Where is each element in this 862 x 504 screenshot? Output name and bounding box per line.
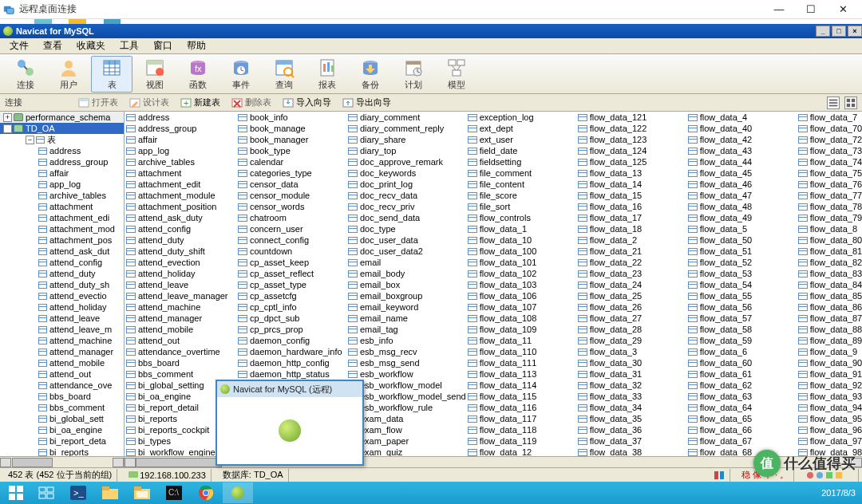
table-item[interactable]: book_manager [236, 134, 346, 145]
table-item[interactable]: flow_data_64 [686, 402, 797, 413]
taskbar-folder-button[interactable] [127, 482, 157, 503]
table-item[interactable]: exception_log [466, 112, 576, 123]
table-item[interactable]: flow_data_92 [797, 380, 862, 391]
table-item[interactable]: flow_data_121 [576, 112, 686, 123]
table-item[interactable]: diary_comment [346, 112, 466, 123]
table-item[interactable]: doc_type [346, 223, 466, 234]
table-item[interactable]: flow_data_110 [466, 346, 576, 357]
tool-query-button[interactable]: 查询 [263, 56, 305, 93]
table-item[interactable]: doc_keywords [346, 167, 466, 179]
tree-tables-node[interactable]: −表 [0, 134, 124, 145]
taskbar-tray[interactable]: 2017/8/3 [817, 488, 860, 498]
table-item[interactable]: daemon_http_config [236, 357, 346, 368]
tree-db-TD_OA[interactable]: −TD_OA [0, 123, 124, 134]
table-item[interactable]: flow_data_3 [576, 346, 686, 357]
table-item[interactable]: flow_data_22 [576, 257, 686, 268]
table-item[interactable]: calendar [236, 156, 346, 167]
table-item[interactable]: flow_data_44 [686, 156, 797, 167]
scroll-left-icon[interactable] [125, 458, 136, 467]
table-item[interactable]: archive_tables [125, 156, 236, 167]
table-item[interactable]: bbs_comment [125, 368, 236, 380]
table-item[interactable]: doc_recv_data [346, 190, 466, 201]
expand-icon[interactable]: − [26, 136, 34, 144]
sub-open-button[interactable]: 打开表 [73, 95, 123, 110]
table-item[interactable]: flow_data_70 [797, 123, 862, 134]
table-item[interactable]: doc_recv_priv [346, 201, 466, 212]
tool-report-button[interactable]: 报表 [306, 56, 348, 93]
table-item[interactable]: esb_msg_recv [346, 346, 466, 357]
table-item[interactable]: flow_data_37 [576, 435, 686, 447]
table-item[interactable]: attachment_module [125, 190, 236, 201]
table-item[interactable]: flow_data_40 [686, 123, 797, 134]
table-item[interactable]: daemon_hardware_info [236, 346, 346, 357]
tool-model-button[interactable]: 模型 [436, 56, 477, 93]
view-mode-list-icon[interactable] [827, 96, 840, 109]
table-item[interactable]: connect_config [236, 234, 346, 246]
tree-db-performance_schema[interactable]: +performance_schema [0, 112, 124, 123]
table-item[interactable]: flow_data_107 [466, 301, 576, 313]
table-item[interactable]: flow_data_48 [686, 201, 797, 212]
view-mode-detail-icon[interactable] [844, 96, 857, 109]
table-item[interactable]: cp_prcs_prop [236, 324, 346, 335]
menu-窗口[interactable]: 窗口 [147, 37, 179, 54]
sub-new-button[interactable]: +新建表 [176, 95, 225, 110]
table-item[interactable]: flow_data_79 [797, 212, 862, 223]
table-item[interactable]: daemon_config [236, 335, 346, 346]
rdp-minimize-button[interactable]: — [763, 1, 795, 18]
table-item[interactable]: flow_data_87 [797, 313, 862, 324]
table-item[interactable]: flow_data_26 [576, 301, 686, 313]
table-item[interactable]: flow_controls [466, 212, 576, 223]
table-item[interactable]: flow_data_77 [797, 190, 862, 201]
table-item[interactable]: flow_data_73 [797, 145, 862, 156]
table-item[interactable]: attend_duty [125, 234, 236, 246]
table-item[interactable]: censor_words [236, 201, 346, 212]
table-item[interactable]: ext_dept [466, 123, 576, 134]
table-item[interactable]: flow_data_65 [686, 413, 797, 424]
table-item[interactable]: attend_mobile [125, 324, 236, 335]
table-item[interactable]: esb_workflow_model [346, 380, 466, 391]
table-item[interactable]: flow_data_43 [686, 145, 797, 156]
tree-table-item[interactable]: address_group [0, 156, 124, 167]
table-item[interactable]: flow_data_116 [466, 402, 576, 413]
table-item[interactable]: flow_data_118 [466, 424, 576, 435]
tree-table-item[interactable]: attend_mobile [0, 357, 124, 368]
table-item[interactable]: exam_paper [346, 435, 466, 447]
table-item[interactable]: flow_data_23 [576, 268, 686, 279]
taskbar-preview-window[interactable]: Navicat for MySQL (远程) [216, 380, 364, 466]
table-item[interactable]: flow_data_83 [797, 268, 862, 279]
table-item[interactable]: flow_data_124 [576, 145, 686, 156]
table-item[interactable]: book_manage [236, 123, 346, 134]
table-item[interactable]: flow_data_114 [466, 380, 576, 391]
table-item[interactable]: affair [125, 134, 236, 145]
tool-function-button[interactable]: fx函数 [177, 56, 219, 93]
table-item[interactable]: flow_data_2 [576, 234, 686, 246]
preview-body[interactable] [217, 397, 362, 464]
menu-文件[interactable]: 文件 [3, 37, 35, 54]
table-item[interactable]: flow_data_14 [576, 179, 686, 190]
taskbar-explorer-button[interactable] [95, 482, 125, 503]
table-item[interactable]: book_info [236, 112, 346, 123]
table-item[interactable]: attend_machine [125, 301, 236, 313]
table-item[interactable]: flow_data_32 [576, 380, 686, 391]
tree-table-item[interactable]: attend_duty_sh [0, 279, 124, 290]
table-item[interactable]: flow_data_16 [576, 201, 686, 212]
table-item[interactable]: flow_data_89 [797, 335, 862, 346]
table-item[interactable]: attend_manager [125, 313, 236, 324]
table-item[interactable]: flow_data_108 [466, 313, 576, 324]
table-item[interactable]: flow_data_52 [686, 257, 797, 268]
table-item[interactable]: flow_data_6 [686, 346, 797, 357]
table-item[interactable]: flow_data_62 [686, 380, 797, 391]
table-item[interactable]: email_name [346, 313, 466, 324]
table-item[interactable]: flow_data_90 [797, 357, 862, 368]
table-item[interactable]: flow_data_86 [797, 301, 862, 313]
table-item[interactable]: censor_data [236, 179, 346, 190]
menu-收藏夹[interactable]: 收藏夹 [70, 37, 112, 54]
table-item[interactable]: flow_data_117 [466, 413, 576, 424]
table-item[interactable]: email_boxgroup [346, 290, 466, 301]
taskbar-cmd-button[interactable]: C:\ [159, 482, 189, 503]
table-item[interactable]: cp_asset_type [236, 279, 346, 290]
table-item[interactable]: flow_data_58 [686, 324, 797, 335]
table-item[interactable]: daemon_http_status [236, 368, 346, 380]
sub-export-button[interactable]: 导出向导 [338, 95, 396, 110]
table-item[interactable]: flow_data_55 [686, 290, 797, 301]
